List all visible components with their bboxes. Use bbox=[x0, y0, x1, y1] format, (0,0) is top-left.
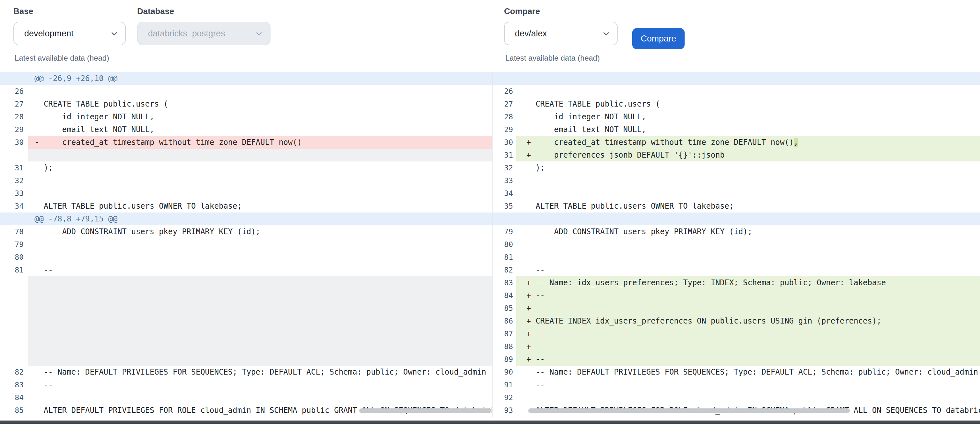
code-line: email text NOT NULL, bbox=[28, 123, 492, 136]
line-number bbox=[0, 327, 28, 340]
line-number: 80 bbox=[493, 238, 516, 251]
diff-row: 32 bbox=[0, 174, 492, 187]
chevron-down-icon bbox=[256, 30, 262, 37]
line-number: 81 bbox=[0, 264, 28, 276]
compare-branch-select[interactable]: dev/alex bbox=[504, 22, 617, 45]
line-number: 81 bbox=[493, 251, 516, 264]
line-number: 79 bbox=[0, 238, 28, 251]
diff-row: 89+ -- bbox=[493, 353, 980, 366]
line-number: 30 bbox=[493, 136, 516, 149]
line-number: 29 bbox=[493, 123, 516, 136]
code-line: + preferences jsonb DEFAULT '{}'::jsonb bbox=[516, 149, 980, 161]
line-number: 93 bbox=[493, 404, 516, 417]
code-line: + bbox=[516, 340, 980, 353]
line-number: 83 bbox=[493, 276, 516, 289]
diff-row: 88+ bbox=[493, 340, 980, 353]
line-number: 29 bbox=[0, 123, 28, 136]
diff-row: 31+ preferences jsonb DEFAULT '{}'::json… bbox=[493, 149, 980, 161]
diff-row: 91 -- bbox=[493, 379, 980, 391]
diff-row: 28 id integer NOT NULL, bbox=[493, 110, 980, 123]
code-line bbox=[28, 340, 492, 353]
line-number bbox=[0, 302, 28, 315]
diff-row: @@ -26,9 +26,10 @@ bbox=[0, 72, 492, 85]
diff-row: 80 bbox=[0, 251, 492, 264]
line-number: 80 bbox=[0, 251, 28, 264]
line-number: 33 bbox=[493, 174, 516, 187]
diff-row bbox=[0, 276, 492, 289]
diff-row: 82 -- Name: DEFAULT PRIVILEGES FOR SEQUE… bbox=[0, 366, 492, 379]
code-line: + -- Name: idx_users_preferences; Type: … bbox=[516, 276, 980, 289]
compare-branch-group: Compare dev/alex bbox=[504, 6, 617, 45]
code-line bbox=[516, 238, 980, 251]
database-group: Database databricks_postgres bbox=[137, 6, 270, 45]
diff-row: 34 ALTER TABLE public.users OWNER TO lak… bbox=[0, 200, 492, 212]
code-line bbox=[28, 302, 492, 315]
diff-row: 86+ CREATE INDEX idx_users_preferences O… bbox=[493, 315, 980, 327]
diff-row: 33 bbox=[0, 187, 492, 200]
line-number: 84 bbox=[493, 289, 516, 302]
code-line bbox=[28, 289, 492, 302]
code-line bbox=[28, 353, 492, 366]
diff-row: @@ -78,8 +79,15 @@ bbox=[0, 212, 492, 225]
diff-row: 81 -- bbox=[0, 264, 492, 276]
diff-row: 87+ bbox=[493, 327, 980, 340]
code-line: - created_at timestamp without time zone… bbox=[28, 136, 492, 149]
diff-row bbox=[493, 72, 980, 85]
line-number: 88 bbox=[493, 340, 516, 353]
chevron-down-icon bbox=[603, 30, 609, 37]
code-line: ALTER TABLE public.users OWNER TO lakeba… bbox=[28, 200, 492, 212]
code-line bbox=[516, 251, 980, 264]
compare-button[interactable]: Compare bbox=[632, 28, 685, 49]
diff-row: 80 bbox=[493, 238, 980, 251]
line-number bbox=[0, 315, 28, 327]
line-number: 90 bbox=[493, 366, 516, 379]
code-line bbox=[28, 251, 492, 264]
code-line: id integer NOT NULL, bbox=[28, 110, 492, 123]
branch-compare-page: Base development Database databricks_pos… bbox=[0, 0, 980, 425]
horizontal-scrollbar-base[interactable] bbox=[359, 408, 491, 413]
diff-row: 26 bbox=[0, 85, 492, 98]
code-line bbox=[28, 174, 492, 187]
code-line: -- bbox=[28, 379, 492, 391]
line-number: 27 bbox=[0, 98, 28, 110]
horizontal-scrollbar-compare[interactable] bbox=[528, 408, 850, 413]
base-data-caption: Latest available data (head) bbox=[15, 54, 109, 62]
code-line: email text NOT NULL, bbox=[516, 123, 980, 136]
database-value: databricks_postgres bbox=[148, 29, 225, 38]
diff-row: 78 ADD CONSTRAINT users_pkey PRIMARY KEY… bbox=[0, 225, 492, 238]
code-line bbox=[28, 327, 492, 340]
code-line: -- bbox=[28, 264, 492, 276]
code-line bbox=[28, 149, 492, 161]
line-number: 31 bbox=[0, 161, 28, 174]
diff-row: 79 bbox=[0, 238, 492, 251]
code-line: -- Name: DEFAULT PRIVILEGES FOR SEQUENCE… bbox=[516, 366, 980, 379]
database-label: Database bbox=[137, 6, 270, 16]
chevron-down-icon bbox=[111, 30, 118, 37]
diff-row bbox=[0, 289, 492, 302]
base-branch-select[interactable]: development bbox=[13, 22, 126, 45]
bottom-panel-edge bbox=[0, 420, 980, 424]
diff-row: 79 ADD CONSTRAINT users_pkey PRIMARY KEY… bbox=[493, 225, 980, 238]
line-number: 26 bbox=[0, 85, 28, 98]
line-number: 89 bbox=[493, 353, 516, 366]
line-number: 86 bbox=[493, 315, 516, 327]
line-number bbox=[0, 72, 28, 85]
line-number: 28 bbox=[0, 110, 28, 123]
line-number bbox=[493, 212, 516, 225]
line-number: 35 bbox=[493, 200, 516, 212]
diff-row bbox=[0, 353, 492, 366]
code-line: ALTER TABLE public.users OWNER TO lakeba… bbox=[516, 200, 980, 212]
line-number bbox=[0, 340, 28, 353]
diff-row bbox=[0, 327, 492, 340]
code-line: + created_at timestamp without time zone… bbox=[516, 136, 980, 149]
compare-branch-value: dev/alex bbox=[515, 29, 547, 38]
code-line bbox=[516, 174, 980, 187]
diff-row: 85+ bbox=[493, 302, 980, 315]
code-line: + CREATE INDEX idx_users_preferences ON … bbox=[516, 315, 980, 327]
code-line: id integer NOT NULL, bbox=[516, 110, 980, 123]
diff-row: 92 bbox=[493, 391, 980, 404]
code-line bbox=[28, 238, 492, 251]
diff-row: 28 id integer NOT NULL, bbox=[0, 110, 492, 123]
word-diff-highlight: , bbox=[794, 138, 798, 147]
diff-row bbox=[0, 340, 492, 353]
